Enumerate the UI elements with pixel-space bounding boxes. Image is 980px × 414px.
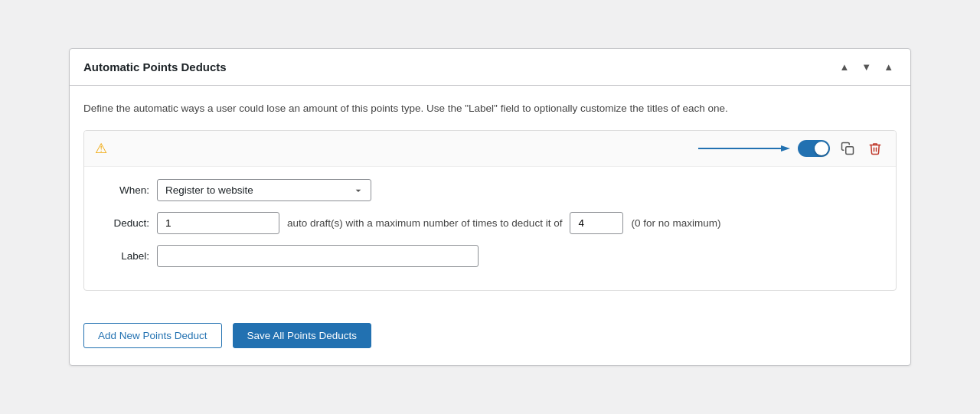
automatic-points-deducts-panel: Automatic Points Deducts ▲ ▼ ▲ Define th…	[69, 48, 911, 366]
collapse-down-button[interactable]: ▼	[858, 60, 874, 74]
when-select[interactable]: Register to website Purchase Login Comme…	[157, 179, 371, 201]
card-header-right	[698, 139, 885, 158]
label-row: Label:	[100, 245, 880, 267]
collapse-up-button[interactable]: ▲	[836, 60, 852, 74]
panel-body: Define the automatic ways a user could l…	[70, 86, 910, 320]
panel-header: Automatic Points Deducts ▲ ▼ ▲	[70, 49, 910, 86]
max-hint: (0 for no maximum)	[631, 217, 720, 229]
panel-description: Define the automatic ways a user could l…	[83, 101, 897, 116]
when-label: When:	[100, 184, 149, 196]
deduct-card-header: ⚠	[84, 131, 896, 167]
deduct-value-input[interactable]	[157, 212, 279, 234]
svg-rect-2	[846, 147, 854, 155]
toggle-switch[interactable]	[798, 140, 830, 157]
panel-title: Automatic Points Deducts	[83, 60, 227, 73]
panel-footer: Add New Points Deduct Save All Points De…	[70, 320, 910, 365]
add-new-points-deduct-button[interactable]: Add New Points Deduct	[83, 323, 222, 348]
label-input[interactable]	[157, 245, 479, 267]
save-all-points-deducts-button[interactable]: Save All Points Deducts	[233, 323, 371, 348]
warning-icon: ⚠	[95, 142, 107, 155]
svg-marker-1	[781, 145, 790, 152]
copy-icon	[841, 142, 854, 155]
deduct-card: ⚠	[83, 130, 897, 291]
deduct-inputs: auto draft(s) with a maximum number of t…	[157, 212, 720, 234]
label-label: Label:	[100, 250, 149, 262]
deduct-text: auto draft(s) with a maximum number of t…	[287, 217, 562, 229]
panel-controls: ▲ ▼ ▲	[836, 60, 897, 74]
sort-button[interactable]: ▲	[880, 60, 897, 74]
arrow-line	[698, 142, 790, 155]
trash-icon	[868, 142, 882, 155]
when-row: When: Register to website Purchase Login…	[100, 179, 880, 201]
copy-button[interactable]	[838, 139, 858, 158]
delete-button[interactable]	[865, 139, 885, 158]
toggle-thumb	[815, 142, 828, 155]
arrow-svg	[698, 142, 790, 155]
deduct-row: Deduct: auto draft(s) with a maximum num…	[100, 212, 880, 234]
max-value-input[interactable]	[570, 212, 623, 234]
deduct-card-body: When: Register to website Purchase Login…	[84, 167, 896, 290]
deduct-label: Deduct:	[100, 217, 149, 229]
